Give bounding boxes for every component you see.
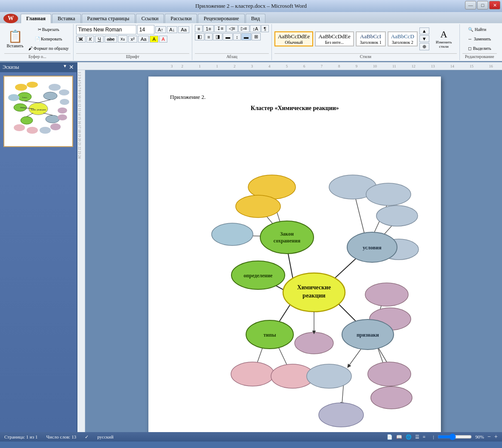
italic-button[interactable]: К (86, 36, 94, 43)
increase-indent-button[interactable]: ▷≡ (238, 25, 249, 32)
style-no-spacing[interactable]: AaBbCcDdEe Без инте... (315, 31, 354, 46)
styles-expand[interactable]: ⊕ (419, 43, 429, 50)
grow-font-button[interactable]: A↑ (155, 26, 166, 33)
line-spacing-button[interactable]: ↕ (233, 33, 241, 40)
group-font: A↑ A↓ Aa Ж К Ч abc x₂ x² Aa A A Шрифт (74, 24, 192, 60)
font-content: A↑ A↓ Aa Ж К Ч abc x₂ x² Aa A A (76, 25, 189, 52)
office-button[interactable]: W (3, 14, 18, 23)
decrease-indent-button[interactable]: ◁≡ (226, 25, 237, 32)
tab-insert[interactable]: Вставка (52, 14, 81, 23)
sidebar-dropdown[interactable]: ▼ (63, 64, 67, 71)
shading-button[interactable]: ▬ (241, 33, 251, 40)
zoom-out-button[interactable]: − (487, 433, 491, 440)
style-heading2[interactable]: AaBbCcD Заголовок 2 (388, 31, 418, 46)
svg-text:Закон: Закон (22, 96, 27, 98)
view-web-icon[interactable]: 🌐 (406, 434, 412, 440)
view-reading-icon[interactable]: 📖 (396, 434, 402, 440)
styles-scroll-down[interactable]: ▼ (419, 35, 429, 42)
align-right-button[interactable]: ◨ (213, 33, 222, 40)
maximize-button[interactable]: □ (477, 1, 488, 9)
underline-button[interactable]: Ч (95, 36, 103, 43)
svg-line-20 (25, 101, 38, 103)
minimize-button[interactable]: — (465, 1, 476, 9)
multilevel-button[interactable]: ↧≡ (214, 25, 226, 32)
editing-label: Редактирование (462, 53, 497, 59)
title-bar: Приложение 2 – кластер.docx – Microsoft … (0, 0, 502, 12)
highlight-button[interactable]: A (150, 36, 158, 43)
document-area[interactable]: Приложение 2. Кластер «Химические реакци… (85, 70, 502, 432)
tab-layout[interactable]: Разметка страницы (82, 14, 135, 23)
svg-point-16 (14, 124, 25, 131)
align-left-button[interactable]: ◧ (195, 33, 204, 40)
sidebar: Эскизы ▼ ✕ Хим. реакции Закон (0, 62, 77, 432)
bullets-button[interactable]: ≡ (195, 25, 203, 32)
thumbnail-svg: Хим. реакции Закон (7, 80, 70, 138)
content-row: 1 2 3 4 5 6 7 8 9 10 11 12 13 14 15 16 1… (77, 70, 502, 432)
find-button[interactable]: 🔍Найти (466, 25, 488, 34)
page-thumbnail-1[interactable]: Хим. реакции Закон (3, 76, 73, 147)
view-outline-icon[interactable]: ☰ (415, 434, 419, 440)
ribbon: W Главная Вставка Разметка страницы Ссыл… (0, 12, 502, 62)
paste-button[interactable]: 📋 Вставить (4, 26, 26, 52)
font-name-input[interactable] (76, 25, 136, 34)
window-controls: — □ ✕ (465, 1, 500, 9)
change-styles-button[interactable]: A Изменить стили (431, 26, 457, 52)
sidebar-close-button[interactable]: ✕ (69, 64, 74, 71)
doc-area-wrapper: 3 2 1 1 2 3 4 5 6 7 8 9 10 11 12 13 14 1… (77, 62, 502, 432)
bold-button[interactable]: Ж (76, 36, 86, 43)
font-size-input[interactable] (137, 25, 154, 34)
svg-point-8 (15, 84, 27, 91)
cut-button[interactable]: ✂Вырезать (27, 25, 71, 34)
format-painter-button[interactable]: 🖌Формат по образцу (27, 44, 71, 52)
group-styles: AaBbCcDdEe Обычный AaBbCcDdEe Без инте..… (272, 24, 460, 60)
ruler-marks: 3 2 1 1 2 3 4 5 6 7 8 9 10 11 12 13 14 1… (170, 64, 502, 68)
ribbon-content: 📋 Вставить ✂Вырезать 📄Копировать 🖌Формат… (0, 23, 502, 62)
view-print-icon[interactable]: 📄 (387, 434, 393, 440)
zoom-in-button[interactable]: + (494, 433, 498, 440)
zoom-slider[interactable] (437, 433, 472, 440)
svg-text:условия: условия (363, 245, 382, 251)
font-color-button[interactable]: A (159, 36, 167, 43)
svg-point-73 (371, 387, 412, 409)
superscript-button[interactable]: x² (128, 36, 137, 43)
styles-scroll-up[interactable]: ▲ (419, 28, 429, 34)
subscript-button[interactable]: x₂ (118, 35, 127, 43)
svg-point-74 (319, 403, 363, 427)
svg-text:реакции: реакции (303, 292, 326, 299)
borders-button[interactable]: ⊞ (252, 33, 261, 40)
para-content: ≡ 1≡ ↧≡ ◁≡ ▷≡ ↕A ¶ ◧ ≡ ◨ ▬ ↕ ▬ ⊞ (195, 25, 269, 52)
justify-button[interactable]: ▬ (223, 33, 233, 40)
tab-refs[interactable]: Ссылки (136, 14, 164, 23)
tab-view[interactable]: Вид (246, 14, 266, 23)
tab-review[interactable]: Рецензирование (198, 14, 244, 23)
tab-home[interactable]: Главная (21, 14, 51, 23)
sidebar-header: Эскизы ▼ ✕ (0, 62, 77, 72)
shrink-font-button[interactable]: A↓ (167, 26, 178, 33)
svg-text:признаки: признаки (357, 332, 379, 338)
copy-button[interactable]: 📄Копировать (27, 34, 71, 43)
svg-line-24 (43, 113, 52, 115)
align-center-button[interactable]: ≡ (205, 33, 213, 40)
strikethrough-button[interactable]: abc (105, 36, 117, 43)
sort-button[interactable]: ↕A (250, 25, 261, 32)
zoom-level: 90% (475, 434, 484, 439)
svg-text:типы: типы (264, 332, 277, 338)
svg-point-71 (307, 364, 351, 388)
style-heading1[interactable]: AaBbCcI Заголовок 1 (356, 31, 386, 46)
numbering-button[interactable]: 1≡ (203, 25, 214, 32)
view-draft-icon[interactable]: ≡ (423, 434, 425, 439)
tab-mail[interactable]: Рассылки (165, 14, 197, 23)
svg-point-10 (8, 94, 19, 101)
svg-point-50 (366, 183, 411, 206)
clear-format-button[interactable]: Aa (178, 26, 189, 33)
word-count: Число слов: 13 (46, 434, 77, 439)
svg-point-17 (27, 127, 38, 134)
pilcrow-button[interactable]: ¶ (261, 25, 269, 32)
text-effect-button[interactable]: Aa (138, 36, 149, 43)
replace-button[interactable]: ↔Заменить (466, 34, 493, 43)
select-button[interactable]: ◻Выделить (466, 44, 493, 52)
svg-point-51 (376, 206, 418, 226)
style-normal[interactable]: AaBbCcDdEe Обычный (274, 31, 313, 46)
close-button[interactable]: ✕ (489, 1, 500, 9)
svg-point-19 (50, 123, 61, 130)
